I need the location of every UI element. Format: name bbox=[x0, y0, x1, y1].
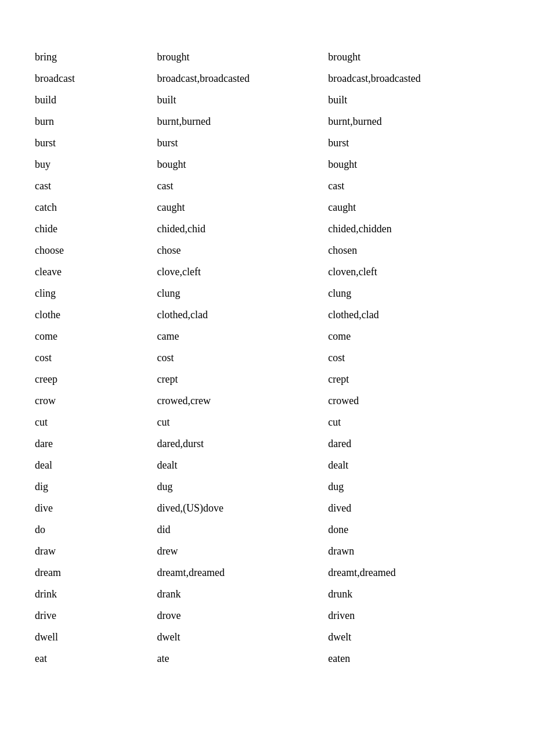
verb-past-participle: burnt,burned bbox=[328, 111, 499, 132]
table-row: drivedrovedriven bbox=[35, 605, 499, 627]
verb-past: ate bbox=[157, 648, 329, 669]
verb-base: cast bbox=[35, 175, 157, 197]
verb-table: bringbroughtbroughtbroadcastbroadcast,br… bbox=[35, 46, 499, 669]
table-row: dreamdreamt,dreameddreamt,dreamed bbox=[35, 562, 499, 584]
table-row: broadcastbroadcast,broadcastedbroadcast,… bbox=[35, 68, 499, 89]
verb-base: catch bbox=[35, 197, 157, 218]
verb-past-participle: dug bbox=[328, 476, 499, 498]
verb-base: cost bbox=[35, 347, 157, 369]
verb-base: cut bbox=[35, 412, 157, 433]
verb-past: clove,cleft bbox=[157, 261, 329, 283]
verb-past-participle: cost bbox=[328, 347, 499, 369]
verb-past: chided,chid bbox=[157, 218, 329, 240]
verb-past: burst bbox=[157, 132, 329, 154]
verb-base: dream bbox=[35, 562, 157, 584]
verb-past-participle: dived bbox=[328, 498, 499, 519]
table-row: crowcrowed,crewcrowed bbox=[35, 390, 499, 412]
table-row: bringbroughtbrought bbox=[35, 46, 499, 68]
verb-past: brought bbox=[157, 46, 329, 68]
verb-past-participle: broadcast,broadcasted bbox=[328, 68, 499, 89]
verb-past-participle: dared bbox=[328, 433, 499, 455]
table-row: comecamecome bbox=[35, 326, 499, 347]
verb-past-participle: built bbox=[328, 89, 499, 111]
verb-past: broadcast,broadcasted bbox=[157, 68, 329, 89]
verb-base: clothe bbox=[35, 304, 157, 326]
verb-past-participle: crowed bbox=[328, 390, 499, 412]
verb-past-participle: chosen bbox=[328, 240, 499, 261]
verb-past-participle: eaten bbox=[328, 648, 499, 669]
verb-base: come bbox=[35, 326, 157, 347]
verb-past-participle: dealt bbox=[328, 455, 499, 476]
verb-base: dare bbox=[35, 433, 157, 455]
verb-base: drink bbox=[35, 584, 157, 605]
verb-past-participle: caught bbox=[328, 197, 499, 218]
verb-past: came bbox=[157, 326, 329, 347]
verb-base: choose bbox=[35, 240, 157, 261]
verb-past-participle: cast bbox=[328, 175, 499, 197]
table-row: buyboughtbought bbox=[35, 154, 499, 175]
verb-past: drew bbox=[157, 541, 329, 562]
table-row: drinkdrankdrunk bbox=[35, 584, 499, 605]
table-row: cleaveclove,cleftcloven,cleft bbox=[35, 261, 499, 283]
table-row: choosechosechosen bbox=[35, 240, 499, 261]
table-row: burnburnt,burnedburnt,burned bbox=[35, 111, 499, 132]
verb-base: burst bbox=[35, 132, 157, 154]
verb-past: cast bbox=[157, 175, 329, 197]
verb-past-participle: come bbox=[328, 326, 499, 347]
verb-past: dug bbox=[157, 476, 329, 498]
verb-past-participle: clothed,clad bbox=[328, 304, 499, 326]
verb-base: deal bbox=[35, 455, 157, 476]
verb-base: drive bbox=[35, 605, 157, 627]
verb-past-participle: chided,chidden bbox=[328, 218, 499, 240]
table-row: burstburstburst bbox=[35, 132, 499, 154]
verb-past: chose bbox=[157, 240, 329, 261]
verb-past: drove bbox=[157, 605, 329, 627]
table-row: cutcutcut bbox=[35, 412, 499, 433]
verb-past: dealt bbox=[157, 455, 329, 476]
verb-base: cling bbox=[35, 283, 157, 304]
table-row: catchcaughtcaught bbox=[35, 197, 499, 218]
verb-past-participle: brought bbox=[328, 46, 499, 68]
verb-past: cut bbox=[157, 412, 329, 433]
verb-past: dared,durst bbox=[157, 433, 329, 455]
verb-past: caught bbox=[157, 197, 329, 218]
verb-base: creep bbox=[35, 369, 157, 390]
verb-past: did bbox=[157, 519, 329, 541]
table-row: dodiddone bbox=[35, 519, 499, 541]
verb-past-participle: dreamt,dreamed bbox=[328, 562, 499, 584]
verb-base: do bbox=[35, 519, 157, 541]
verb-base: burn bbox=[35, 111, 157, 132]
verb-base: eat bbox=[35, 648, 157, 669]
verb-base: crow bbox=[35, 390, 157, 412]
verb-base: build bbox=[35, 89, 157, 111]
verb-past: dwelt bbox=[157, 627, 329, 648]
verb-past: clung bbox=[157, 283, 329, 304]
verb-past-participle: crept bbox=[328, 369, 499, 390]
verb-base: draw bbox=[35, 541, 157, 562]
verb-past-participle: cloven,cleft bbox=[328, 261, 499, 283]
verb-past: bought bbox=[157, 154, 329, 175]
verb-past: burnt,burned bbox=[157, 111, 329, 132]
verb-past: drank bbox=[157, 584, 329, 605]
table-row: costcostcost bbox=[35, 347, 499, 369]
verb-past-participle: dwelt bbox=[328, 627, 499, 648]
verb-base: chide bbox=[35, 218, 157, 240]
verb-past-participle: cut bbox=[328, 412, 499, 433]
verb-past-participle: drunk bbox=[328, 584, 499, 605]
verb-base: buy bbox=[35, 154, 157, 175]
verb-base: cleave bbox=[35, 261, 157, 283]
table-row: castcastcast bbox=[35, 175, 499, 197]
table-row: dwelldweltdwelt bbox=[35, 627, 499, 648]
verb-past: dreamt,dreamed bbox=[157, 562, 329, 584]
table-row: drawdrewdrawn bbox=[35, 541, 499, 562]
table-row: clingclungclung bbox=[35, 283, 499, 304]
verb-past-participle: drawn bbox=[328, 541, 499, 562]
verb-past-participle: driven bbox=[328, 605, 499, 627]
verb-base: dive bbox=[35, 498, 157, 519]
verb-base: bring bbox=[35, 46, 157, 68]
verb-past-participle: burst bbox=[328, 132, 499, 154]
verb-past: crowed,crew bbox=[157, 390, 329, 412]
table-row: divedived,(US)dovedived bbox=[35, 498, 499, 519]
table-row: clotheclothed,cladclothed,clad bbox=[35, 304, 499, 326]
verb-past-participle: done bbox=[328, 519, 499, 541]
